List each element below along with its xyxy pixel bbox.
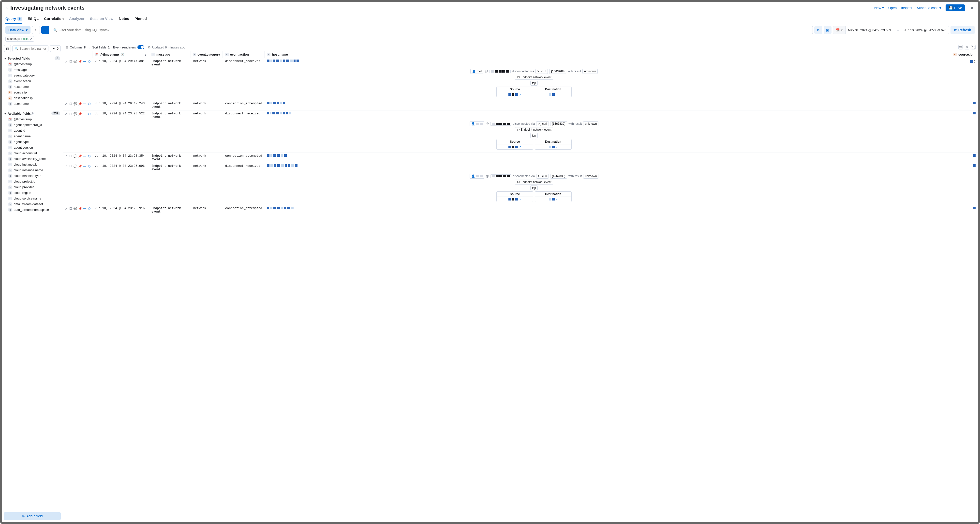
tab-notes[interactable]: Notes: [119, 14, 129, 24]
tab-esql[interactable]: ES|QL: [27, 14, 38, 24]
field-item[interactable]: kcloud.service.name: [2, 196, 63, 201]
expand-row-icon[interactable]: ↗: [64, 207, 68, 210]
field-item[interactable]: khost.name: [2, 84, 63, 89]
field-item[interactable]: kagent.id: [2, 128, 63, 133]
event-type-chip[interactable]: 🏷Endpoint network event: [515, 127, 553, 132]
tab-pinned[interactable]: Pinned: [135, 14, 147, 24]
row-checkbox[interactable]: ☐: [69, 112, 73, 116]
field-item[interactable]: kevent.category: [2, 73, 63, 78]
toggle-switch[interactable]: [137, 45, 144, 49]
analyzer-icon[interactable]: ⬡: [88, 164, 91, 168]
field-search-input[interactable]: 🔍: [12, 45, 48, 52]
field-item[interactable]: kcloud.region: [2, 190, 63, 196]
host-chip[interactable]: [490, 122, 511, 126]
host-chip[interactable]: [490, 174, 511, 178]
field-item[interactable]: kdata_stream.namespace: [2, 207, 63, 213]
pid-chip[interactable]: (1562838): [550, 174, 567, 178]
field-item[interactable]: kuser.name: [2, 101, 63, 107]
external-link-icon[interactable]: ↗: [556, 93, 558, 96]
field-item[interactable]: kagent.version: [2, 145, 63, 150]
field-item[interactable]: kdata_stream.dataset: [2, 201, 63, 207]
field-item[interactable]: kagent.name: [2, 133, 63, 139]
external-link-icon[interactable]: ↗: [556, 146, 558, 148]
tab-query[interactable]: Query6: [5, 14, 22, 24]
result-chip[interactable]: unknown: [583, 121, 598, 126]
pin-icon[interactable]: 📌: [78, 112, 82, 116]
remove-filter-icon[interactable]: ✕: [30, 37, 32, 41]
more-actions-icon[interactable]: ⋯: [83, 102, 86, 106]
external-link-icon[interactable]: ↗: [556, 198, 558, 201]
field-item[interactable]: 📅@timestamp: [2, 116, 63, 122]
process-chip[interactable]: >_ curl: [536, 69, 548, 74]
pin-icon[interactable]: 📌: [78, 102, 82, 106]
protocol-chip[interactable]: tcp: [530, 185, 538, 190]
refresh-button[interactable]: ⟳Refresh: [950, 26, 975, 34]
external-link-icon[interactable]: ↗: [519, 93, 521, 96]
event-type-chip[interactable]: 🏷Endpoint network event: [515, 75, 553, 80]
more-actions-icon[interactable]: ⋯: [83, 112, 86, 116]
pid-chip[interactable]: (1563768): [549, 69, 566, 74]
kql-search-input[interactable]: 🔍: [51, 26, 813, 34]
pin-icon[interactable]: 📌: [78, 207, 82, 210]
result-chip[interactable]: unknown: [583, 174, 598, 178]
add-filter-button[interactable]: +: [41, 26, 49, 34]
column-header-source-ip[interactable]: ipsource.ip: [951, 51, 978, 58]
result-chip[interactable]: unknown: [582, 69, 598, 74]
field-item[interactable]: kcloud.account.id: [2, 150, 63, 156]
field-item[interactable]: kevent.action: [2, 78, 63, 84]
close-icon[interactable]: ✕: [969, 6, 975, 10]
tab-correlation[interactable]: Correlation: [44, 14, 64, 24]
new-button[interactable]: New ▾: [874, 6, 884, 10]
pin-icon[interactable]: 📌: [78, 59, 82, 64]
field-item[interactable]: kcloud.machine.type: [2, 173, 63, 178]
field-item[interactable]: 📅@timestamp: [2, 61, 63, 67]
row-checkbox[interactable]: ☐: [69, 207, 73, 210]
analyzer-icon[interactable]: ⬡: [88, 59, 91, 64]
event-renderers-toggle[interactable]: Event renderers: [113, 45, 144, 49]
field-item[interactable]: kagent.type: [2, 139, 63, 145]
row-checkbox[interactable]: ☐: [69, 59, 73, 64]
filter-menu-button[interactable]: ⫶: [32, 26, 40, 34]
pin-icon[interactable]: 📌: [78, 154, 82, 158]
external-link-icon[interactable]: ↗: [519, 146, 521, 148]
date-to[interactable]: Jun 10, 2024 @ 04:53:23.670: [902, 26, 949, 34]
pin-icon[interactable]: 📌: [78, 164, 82, 168]
notes-icon[interactable]: 💬: [73, 154, 77, 158]
user-chip[interactable]: 👤root: [470, 69, 484, 74]
host-chip[interactable]: [490, 70, 511, 73]
selected-fields-header[interactable]: ▾ Selected fields 8: [2, 55, 63, 61]
field-item[interactable]: kcloud.project.id: [2, 178, 63, 184]
analyzer-icon[interactable]: ⬡: [88, 207, 91, 210]
expand-row-icon[interactable]: ↗: [64, 102, 68, 106]
date-range-picker[interactable]: 📅 ▾ May 31, 2024 @ 04:53:23.669 → Jun 10…: [833, 26, 949, 34]
favorite-icon[interactable]: ☆: [5, 6, 8, 10]
date-from[interactable]: May 31, 2024 @ 04:53:23.669: [845, 26, 894, 34]
process-chip[interactable]: >_ curl: [536, 121, 549, 126]
column-header-event-action[interactable]: kevent.action: [223, 51, 264, 58]
field-item[interactable]: kcloud.availability_zone: [2, 156, 63, 162]
process-chip[interactable]: >_ curl: [536, 174, 549, 178]
calendar-button[interactable]: 📅 ▾: [833, 26, 845, 34]
data-view-button[interactable]: Data view ▾: [5, 26, 30, 34]
user-chip[interactable]: 👤: [469, 174, 484, 178]
field-item[interactable]: ipsource.ip: [2, 89, 63, 95]
column-header-timestamp[interactable]: 📅@timestamp🕑↓: [92, 51, 149, 58]
expand-row-icon[interactable]: ↗: [64, 59, 68, 64]
save-query-button[interactable]: ▣: [824, 26, 832, 34]
inspect-button[interactable]: Inspect: [901, 6, 912, 10]
field-item[interactable]: ipdestination.ip: [2, 95, 63, 101]
open-button[interactable]: Open: [888, 6, 897, 10]
column-header-event-category[interactable]: kevent.category: [191, 51, 223, 58]
notes-icon[interactable]: 💬: [73, 112, 77, 116]
notes-icon[interactable]: 💬: [73, 102, 77, 106]
field-filter-button[interactable]: ⏷ 0: [50, 45, 61, 52]
expand-row-icon[interactable]: ↗: [64, 154, 68, 158]
add-field-button[interactable]: ⊕Add a field: [4, 512, 61, 520]
display-options-button[interactable]: ⚙: [965, 45, 969, 49]
external-link-icon[interactable]: ↗: [519, 198, 521, 201]
field-item[interactable]: kcloud.instance.id: [2, 162, 63, 167]
row-checkbox[interactable]: ☐: [69, 154, 73, 158]
field-item[interactable]: kcloud.instance.name: [2, 167, 63, 173]
field-item[interactable]: kagent.ephemeral_id: [2, 122, 63, 128]
columns-button[interactable]: ▤Columns 8: [65, 46, 86, 49]
